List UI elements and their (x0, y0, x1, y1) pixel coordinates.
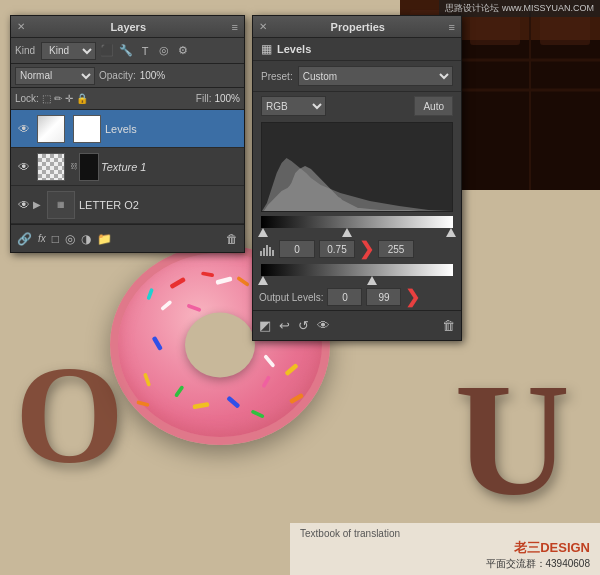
output-mid-triangle[interactable] (367, 276, 377, 285)
group-arrow-icon[interactable]: ▶ (33, 199, 41, 210)
svg-rect-20 (174, 385, 184, 398)
svg-rect-27 (187, 304, 202, 312)
svg-rect-10 (169, 277, 186, 289)
output-levels-max[interactable]: 99 (366, 288, 401, 306)
mask-icon[interactable]: ◎ (65, 232, 75, 246)
adjustment-icon[interactable]: ◑ (81, 232, 91, 246)
white-input-triangle[interactable] (446, 228, 456, 237)
letter-u: U (454, 360, 570, 520)
layer-item-texture1[interactable]: 👁 ⛓ Texture 1 (11, 148, 244, 186)
link-icon[interactable]: 🔗 (17, 232, 32, 246)
bottom-bar: Textbook of translation 老三DESIGN 平面交流群：4… (290, 523, 600, 575)
svg-rect-22 (263, 354, 275, 368)
clip-to-layer-icon[interactable]: ◩ (259, 318, 271, 333)
svg-rect-26 (136, 400, 149, 407)
layers-menu-icon[interactable]: ≡ (232, 21, 238, 33)
layers-list: 👁 Levels 👁 ⛓ Texture 1 👁 ▶ ▦ (11, 110, 244, 224)
svg-rect-23 (160, 300, 172, 311)
layer-eye-levels[interactable]: 👁 (15, 120, 33, 138)
properties-close-btn[interactable]: ✕ (259, 21, 267, 32)
input-levels-min[interactable]: 0 (279, 240, 315, 258)
svg-rect-17 (143, 373, 151, 387)
output-levels-min[interactable]: 0 (327, 288, 362, 306)
opacity-value: 100% (140, 70, 166, 81)
bottom-text-1: Textbook of translation (300, 528, 400, 539)
layer-chain-icon: ⛓ (70, 162, 78, 171)
kind-label: Kind (15, 45, 35, 56)
output-black-triangle[interactable] (258, 276, 268, 285)
layer-item-letter-o2[interactable]: 👁 ▶ ▦ LETTER O2 (11, 186, 244, 224)
layer-name-letter-o2: LETTER O2 (79, 199, 240, 211)
bottom-logo: 老三DESIGN (514, 539, 590, 557)
properties-titlebar: ✕ Properties ≡ (253, 16, 461, 38)
svg-rect-34 (263, 248, 265, 256)
top-watermark: 思路设计论坛 www.MISSYUAN.COM (439, 0, 600, 17)
lock-label: Lock: (15, 93, 39, 104)
svg-rect-24 (236, 276, 249, 287)
layers-footer: 🔗 fx □ ◎ ◑ 📁 🗑 (11, 224, 244, 252)
fill-label: Fill: (196, 93, 212, 104)
layer-mask-levels (73, 115, 101, 143)
layer-thumb-levels (37, 115, 65, 143)
properties-panel-title: Properties (331, 21, 385, 33)
svg-rect-36 (269, 247, 271, 256)
layers-lock-row: Lock: ⬚ ✏ ✛ 🔒 Fill: 100% (11, 88, 244, 110)
visibility-icon[interactable]: 👁 (317, 318, 330, 333)
filter-shape-icon[interactable]: ◎ (156, 43, 172, 59)
levels-histogram-icon (259, 241, 275, 257)
reset-icon[interactable]: ↺ (298, 318, 309, 333)
lock-position-icon[interactable]: ✛ (65, 93, 73, 104)
kind-select[interactable]: Kind (41, 42, 96, 60)
filter-adjust-icon[interactable]: 🔧 (118, 43, 134, 59)
filter-smart-icon[interactable]: ⚙ (175, 43, 191, 59)
layers-close-btn[interactable]: ✕ (17, 21, 25, 32)
layers-panel-title: Layers (111, 21, 146, 33)
layer-eye-letter-o2[interactable]: 👁 (15, 196, 33, 214)
properties-menu-icon[interactable]: ≡ (449, 21, 455, 33)
svg-rect-33 (260, 251, 262, 256)
prop-preset-row: Preset: Custom Default (253, 61, 461, 92)
layer-name-levels: Levels (105, 123, 240, 135)
filter-text-icon[interactable]: T (137, 43, 153, 59)
new-group-icon[interactable]: □ (52, 232, 59, 246)
layers-blend-row: Normal Opacity: 100% (11, 64, 244, 88)
output-levels-label: Output Levels: (259, 292, 323, 303)
blend-mode-select[interactable]: Normal (15, 67, 95, 85)
auto-button[interactable]: Auto (414, 96, 453, 116)
input-gradient-bar (261, 216, 453, 228)
fx-icon[interactable]: fx (38, 233, 46, 244)
prop-channel-row: RGB Red Green Blue Auto (253, 92, 461, 120)
preset-label: Preset: (261, 71, 293, 82)
layer-thumb-texture1 (37, 153, 65, 181)
layers-panel: ✕ Layers ≡ Kind Kind ⬛ 🔧 T ◎ ⚙ Normal Op… (10, 15, 245, 253)
lock-transparent-icon[interactable]: ⬚ (42, 93, 51, 104)
opacity-label: Opacity: (99, 70, 136, 81)
svg-rect-25 (289, 393, 304, 404)
properties-footer: ◩ ↩ ↺ 👁 🗑 (253, 310, 461, 340)
svg-rect-16 (192, 402, 209, 409)
svg-rect-35 (266, 245, 268, 256)
svg-rect-18 (284, 363, 298, 376)
delete-icon[interactable]: 🗑 (226, 232, 238, 246)
delete-adjustment-icon[interactable]: 🗑 (442, 318, 455, 333)
input-levels-max[interactable]: 255 (378, 240, 414, 258)
layer-eye-texture1[interactable]: 👁 (15, 158, 33, 176)
layer-name-texture1: Texture 1 (101, 161, 240, 173)
input-levels-mid[interactable]: 0.75 (319, 240, 355, 258)
properties-panel: ✕ Properties ≡ ▦ Levels Preset: Custom D… (252, 15, 462, 341)
mid-input-triangle[interactable] (342, 228, 352, 237)
svg-rect-15 (226, 396, 240, 409)
lock-all-icon[interactable]: 🔒 (76, 93, 88, 104)
lock-pixels-icon[interactable]: ✏ (54, 93, 62, 104)
black-input-triangle[interactable] (258, 228, 268, 237)
new-folder-icon[interactable]: 📁 (97, 232, 112, 246)
output-values-row: Output Levels: 0 99 ❯ (253, 284, 461, 310)
filter-pixel-icon[interactable]: ⬛ (99, 43, 115, 59)
output-gradient-slider (261, 264, 453, 284)
layers-titlebar: ✕ Layers ≡ (11, 16, 244, 38)
preset-select[interactable]: Custom Default (298, 66, 453, 86)
channel-select[interactable]: RGB Red Green Blue (261, 96, 326, 116)
view-previous-icon[interactable]: ↩ (279, 318, 290, 333)
svg-rect-28 (261, 375, 271, 388)
layer-item-levels[interactable]: 👁 Levels (11, 110, 244, 148)
